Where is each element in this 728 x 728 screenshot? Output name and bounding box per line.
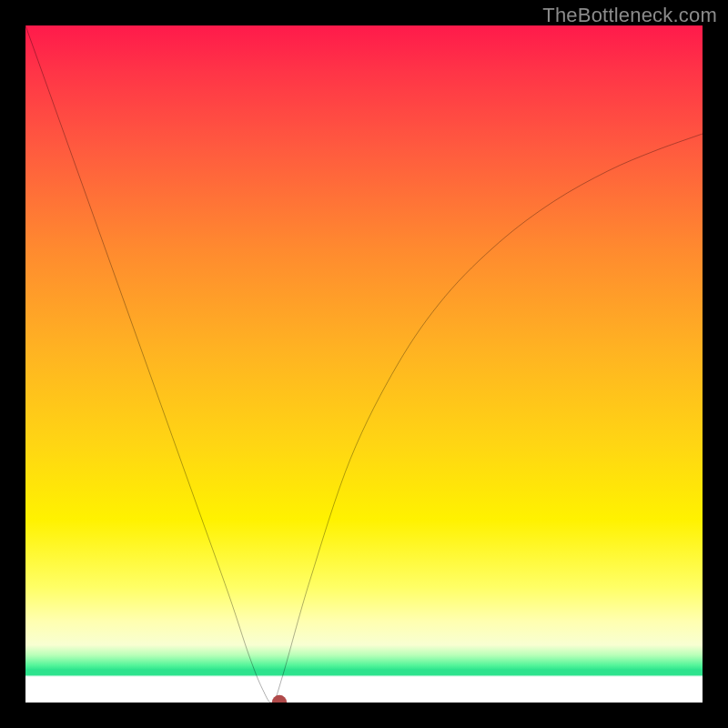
bottleneck-curve [25,25,703,703]
watermark-text: TheBottleneck.com [542,4,717,27]
optimum-marker [272,695,287,703]
curve-svg [25,25,703,703]
chart-stage: TheBottleneck.com [0,0,728,728]
plot-area [25,25,703,703]
